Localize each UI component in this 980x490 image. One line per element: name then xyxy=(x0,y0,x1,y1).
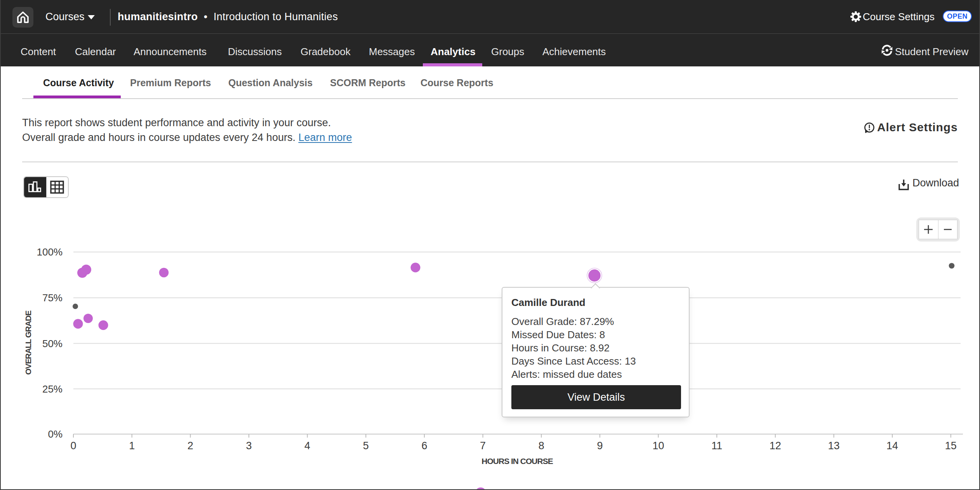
svg-text:8: 8 xyxy=(539,440,544,452)
svg-text:25%: 25% xyxy=(42,383,63,395)
svg-text:15: 15 xyxy=(945,440,957,452)
svg-text:10: 10 xyxy=(652,440,664,452)
svg-text:75%: 75% xyxy=(42,292,63,304)
svg-text:14: 14 xyxy=(886,440,898,452)
svg-text:4: 4 xyxy=(304,440,310,452)
svg-text:9: 9 xyxy=(597,440,603,452)
svg-text:OVERALL GRADE: OVERALL GRADE xyxy=(24,310,33,375)
svg-text:HOURS IN COURSE: HOURS IN COURSE xyxy=(481,457,553,466)
svg-text:0%: 0% xyxy=(48,428,63,440)
svg-text:3: 3 xyxy=(246,440,252,452)
svg-text:5: 5 xyxy=(363,440,369,452)
svg-text:50%: 50% xyxy=(42,338,63,349)
svg-text:100%: 100% xyxy=(37,246,63,258)
svg-text:11: 11 xyxy=(711,440,722,452)
svg-text:1: 1 xyxy=(129,440,135,452)
svg-text:0: 0 xyxy=(70,440,76,452)
svg-text:2: 2 xyxy=(188,440,193,452)
svg-text:13: 13 xyxy=(828,440,839,452)
svg-text:12: 12 xyxy=(770,440,781,452)
svg-text:6: 6 xyxy=(421,440,427,452)
svg-text:7: 7 xyxy=(480,440,486,452)
